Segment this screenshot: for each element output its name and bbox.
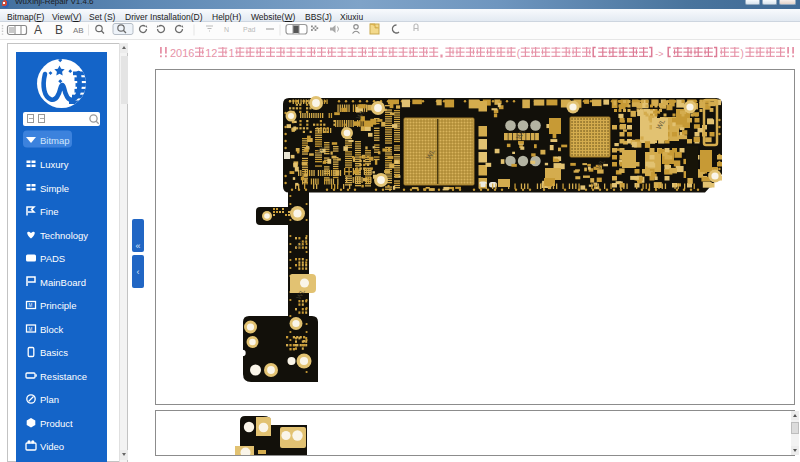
svg-text:Plan: Plan bbox=[40, 394, 59, 405]
svg-text:): ) bbox=[740, 48, 743, 59]
svg-text:1: 1 bbox=[228, 47, 234, 59]
svg-text:Simple: Simple bbox=[40, 183, 69, 194]
svg-text:Technology: Technology bbox=[40, 230, 88, 241]
svg-text:MainBoard: MainBoard bbox=[40, 277, 86, 288]
svg-text:12: 12 bbox=[205, 47, 217, 59]
svg-text:Resistance: Resistance bbox=[40, 371, 87, 382]
svg-text:->: -> bbox=[655, 49, 663, 59]
svg-text:Basics: Basics bbox=[40, 347, 68, 358]
svg-text:Luxury: Luxury bbox=[40, 159, 69, 170]
svg-text:Principle: Principle bbox=[40, 300, 76, 311]
svg-text:Fine: Fine bbox=[40, 206, 58, 217]
svg-text:Video: Video bbox=[40, 441, 64, 452]
svg-text:M: M bbox=[29, 303, 33, 308]
svg-text:N: N bbox=[224, 26, 229, 33]
svg-text:Block: Block bbox=[40, 324, 63, 335]
svg-text:Bitmap: Bitmap bbox=[40, 135, 70, 146]
svg-text:B: B bbox=[55, 23, 63, 37]
svg-text:A: A bbox=[34, 23, 42, 37]
svg-text:2016: 2016 bbox=[170, 47, 194, 59]
svg-text:Pad: Pad bbox=[243, 26, 256, 33]
svg-text:(: ( bbox=[517, 48, 521, 59]
svg-text:PADS: PADS bbox=[40, 253, 65, 264]
svg-text:AB: AB bbox=[73, 26, 84, 35]
svg-text:Product: Product bbox=[40, 418, 73, 429]
svg-text:M: M bbox=[29, 327, 33, 332]
